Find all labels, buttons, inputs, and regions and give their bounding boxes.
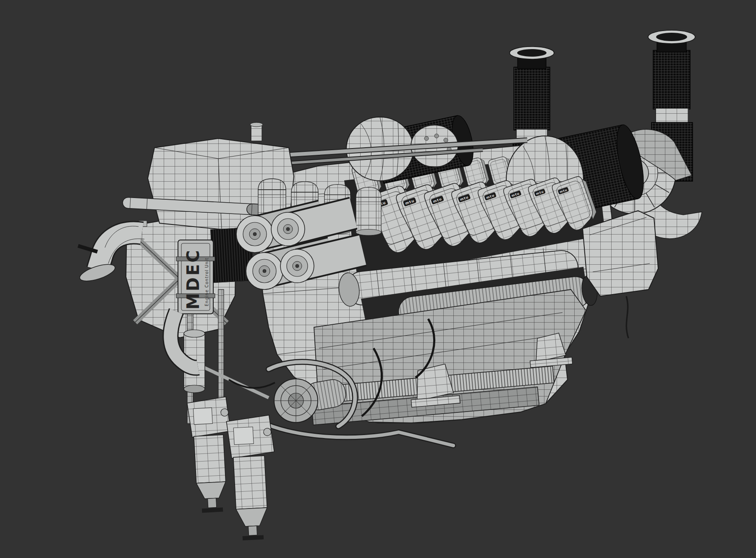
ecu-subtitle-label: Engine Control Unit [204, 258, 209, 306]
filter-bowl [194, 435, 226, 483]
drain-stem [249, 526, 257, 535]
drain-t-handle [243, 537, 264, 538]
damper-spokes [274, 379, 318, 422]
wireframe-render-viewport[interactable]: mtu [0, 0, 756, 558]
canister-bottom [184, 385, 205, 393]
banjo-bolt [263, 428, 271, 436]
stack-upper-section [653, 50, 690, 109]
drain-t-handle [202, 510, 223, 511]
stack-clamp-band [656, 108, 688, 123]
ecu-plate: MDEC Engine Control Unit [176, 240, 215, 314]
stack-opening [656, 33, 687, 41]
filter-canister [356, 187, 381, 235]
stack-upper-section [514, 67, 550, 130]
engine-render: mtu [0, 0, 756, 558]
filter-label-plate [233, 427, 254, 444]
drain-stem [208, 498, 217, 508]
filter-bowl [233, 456, 267, 509]
filter-label-plate [193, 408, 212, 425]
ecu-brand-label: MDEC [183, 248, 203, 310]
filler-neck [251, 125, 262, 141]
filler-cap [250, 123, 263, 127]
banjo-bolt [221, 409, 229, 417]
stack-opening [517, 49, 547, 57]
vibration-damper [274, 379, 318, 422]
canister-top [184, 330, 205, 337]
